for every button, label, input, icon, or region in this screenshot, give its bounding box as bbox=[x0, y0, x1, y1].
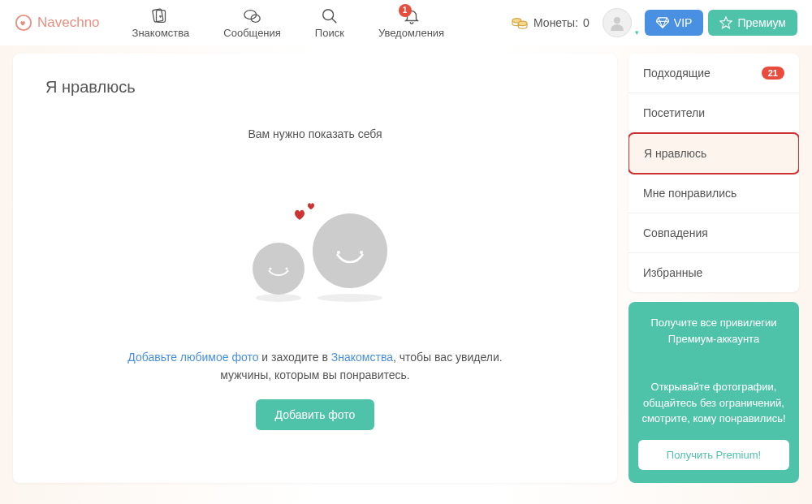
nav-label: Сообщения bbox=[223, 27, 281, 39]
premium-promo: Получите все привилегии Премиум-аккаунта… bbox=[628, 302, 799, 483]
main-panel: Я нравлюсь Вам нужно показать себя Добав… bbox=[13, 54, 617, 483]
svg-rect-2 bbox=[153, 8, 163, 21]
svg-point-13 bbox=[313, 213, 387, 288]
premium-label: Премиум bbox=[737, 16, 786, 29]
sidebar-item-visitors[interactable]: Посетители bbox=[628, 93, 799, 133]
layout: Я нравлюсь Вам нужно показать себя Добав… bbox=[0, 45, 812, 491]
sidebar-item-matches[interactable]: Подходящие 21 bbox=[628, 54, 799, 93]
prompt-text: Добавьте любимое фото и заходите в Знако… bbox=[45, 348, 585, 385]
notification-badge: 1 bbox=[399, 4, 412, 17]
nav-meet[interactable]: Знакомства bbox=[132, 7, 190, 39]
nav-notifications[interactable]: 1 Уведомления bbox=[378, 7, 444, 39]
svg-point-16 bbox=[337, 251, 340, 254]
svg-point-10 bbox=[256, 294, 301, 302]
nav-search[interactable]: Поиск bbox=[315, 7, 344, 39]
coins-label: Монеты: bbox=[533, 16, 578, 29]
logo-icon bbox=[15, 14, 32, 32]
logo[interactable]: Navechno bbox=[15, 14, 100, 32]
sidebar: Подходящие 21 Посетители Я нравлюсь Мне … bbox=[628, 54, 799, 483]
subtitle: Вам нужно показать себя bbox=[45, 127, 585, 140]
sidebar-badge: 21 bbox=[762, 67, 784, 80]
sidebar-item-label: Избранные bbox=[643, 266, 702, 279]
sidebar-item-favorites[interactable]: Избранные bbox=[628, 253, 799, 292]
nav-label: Поиск bbox=[315, 27, 344, 39]
svg-point-9 bbox=[614, 17, 620, 24]
coins-display[interactable]: Монеты: 0 bbox=[511, 15, 590, 30]
promo-title: Получите все привилегии Премиум-аккаунта bbox=[638, 315, 789, 347]
nav-label: Знакомства bbox=[132, 27, 190, 39]
empty-illustration bbox=[45, 181, 585, 303]
sidebar-item-mutual[interactable]: Совпадения bbox=[628, 213, 799, 253]
svg-point-17 bbox=[360, 251, 363, 254]
header: Navechno Знакомства Сообщения Поиск 1 bbox=[0, 0, 812, 45]
meet-link[interactable]: Знакомства bbox=[331, 351, 393, 364]
svg-point-8 bbox=[518, 21, 527, 25]
svg-line-6 bbox=[332, 18, 337, 23]
svg-point-5 bbox=[323, 9, 334, 19]
svg-point-15 bbox=[286, 268, 288, 270]
side-menu: Подходящие 21 Посетители Я нравлюсь Мне … bbox=[628, 54, 799, 292]
vip-button[interactable]: VIP bbox=[645, 10, 704, 36]
sidebar-item-label: Подходящие bbox=[643, 67, 710, 80]
sidebar-item-i-liked[interactable]: Мне понравились bbox=[628, 174, 799, 213]
coins-icon bbox=[511, 15, 529, 30]
vip-label: VIP bbox=[674, 16, 693, 29]
add-photo-link[interactable]: Добавьте любимое фото bbox=[127, 351, 258, 364]
promo-desc: Открывайте фотографии, общайтесь без огр… bbox=[638, 379, 789, 427]
sidebar-item-label: Мне понравились bbox=[643, 187, 736, 200]
coins-value: 0 bbox=[583, 16, 590, 29]
cards-icon bbox=[151, 7, 171, 25]
chat-icon bbox=[243, 7, 262, 25]
avatar[interactable] bbox=[603, 8, 632, 37]
svg-point-11 bbox=[317, 294, 382, 302]
promo-cta-button[interactable]: Получить Premium! bbox=[638, 440, 789, 470]
nav-label: Уведомления bbox=[378, 27, 444, 39]
star-icon bbox=[719, 16, 732, 29]
sidebar-item-label: Посетители bbox=[643, 106, 705, 119]
logo-text: Navechno bbox=[37, 15, 100, 31]
sidebar-item-label: Совпадения bbox=[643, 226, 708, 239]
sidebar-item-likes-me[interactable]: Я нравлюсь bbox=[628, 132, 799, 174]
svg-point-14 bbox=[270, 268, 272, 270]
nav-messages[interactable]: Сообщения bbox=[223, 7, 281, 39]
nav: Знакомства Сообщения Поиск 1 Уведомления bbox=[132, 7, 445, 39]
premium-button[interactable]: Премиум bbox=[708, 10, 797, 36]
add-photo-button[interactable]: Добавить фото bbox=[256, 399, 375, 430]
search-icon bbox=[321, 7, 339, 25]
page-title: Я нравлюсь bbox=[45, 78, 585, 97]
diamond-icon bbox=[656, 17, 669, 28]
sidebar-item-label: Я нравлюсь bbox=[644, 147, 706, 160]
avatar-icon bbox=[607, 13, 627, 32]
svg-point-12 bbox=[253, 243, 304, 295]
